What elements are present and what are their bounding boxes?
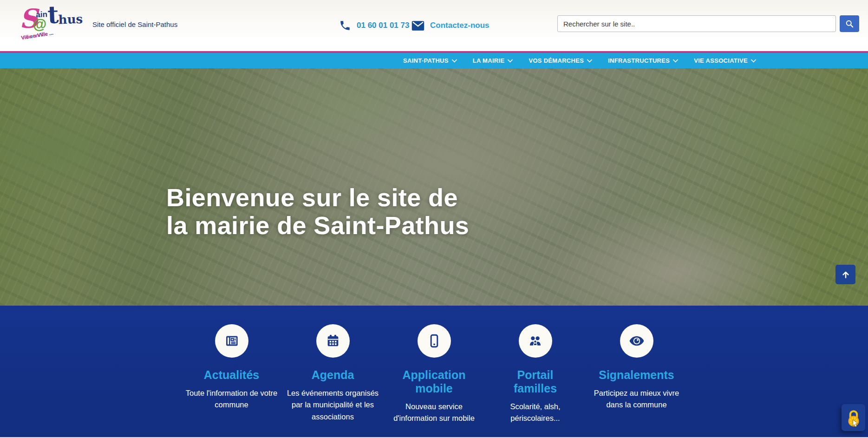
feature-description: Nouveau service d'information sur mobile	[386, 401, 482, 425]
feature-agenda[interactable]: Agenda Les événements organisés par la m…	[282, 324, 384, 425]
feature-icon-circle	[620, 324, 653, 358]
search-button[interactable]	[840, 15, 859, 32]
contact-group: Contactez-nous	[411, 0, 489, 51]
logo-letter-t: t	[47, 3, 59, 27]
feature-title: Portail familles	[495, 368, 576, 395]
feature-icon-circle	[519, 324, 552, 358]
feature-description: Les événements organisés par la municipa…	[285, 387, 380, 423]
feature-description: Toute l'information de votre commune	[184, 387, 279, 411]
chevron-down-icon	[452, 59, 457, 63]
feature-title: Application mobile	[393, 368, 475, 395]
main-nav: SAINT-PATHUS LA MAIRIE VOS DÉMARCHES INF…	[0, 53, 868, 68]
nav-item-label: SAINT-PATHUS	[403, 57, 449, 64]
chevron-down-icon	[673, 59, 678, 63]
nav-item-label: INFRASTRUCTURES	[608, 57, 670, 64]
site-official-label: Site officiel de Saint-Pathus	[92, 20, 177, 28]
nav-item-label: LA MAIRIE	[473, 57, 505, 64]
feature-icon-circle	[215, 324, 248, 358]
feature-title: Agenda	[312, 368, 354, 382]
cookie-consent-button[interactable]	[842, 404, 865, 431]
nav-item-infrastructures[interactable]: INFRASTRUCTURES	[608, 57, 678, 64]
contact-link[interactable]: Contactez-nous	[430, 21, 489, 30]
feature-title: Signalements	[599, 368, 674, 382]
feature-description: Scolarité, alsh, périscolaires...	[488, 401, 583, 425]
arrow-up-icon	[841, 270, 850, 279]
feature-description: Participez au mieux vivre dans la commun…	[589, 387, 684, 411]
chevron-down-icon	[508, 59, 513, 63]
mobile-icon	[426, 333, 442, 349]
nav-item-vos-demarches[interactable]: VOS DÉMARCHES	[529, 57, 592, 64]
feature-application-mobile[interactable]: Application mobile Nouveau service d'inf…	[384, 324, 485, 425]
feature-actualites[interactable]: Actualités Toute l'information de votre …	[181, 324, 282, 425]
envelope-icon	[411, 20, 424, 31]
search-icon	[845, 19, 854, 28]
chevron-down-icon	[587, 59, 592, 63]
nav-list: SAINT-PATHUS LA MAIRIE VOS DÉMARCHES INF…	[403, 53, 756, 68]
features-row: Actualités Toute l'information de votre …	[181, 324, 687, 425]
logo-letters-hus: hus	[58, 13, 83, 26]
feature-title: Actualités	[204, 368, 259, 382]
newspaper-icon	[223, 333, 240, 349]
logo-at-sign: @	[33, 17, 46, 31]
hero-title-line2: la mairie de Saint-Pathus	[166, 211, 469, 239]
search-input[interactable]	[557, 15, 836, 32]
feature-icon-circle	[316, 324, 350, 358]
nav-item-label: VIE ASSOCIATIVE	[694, 57, 748, 64]
quick-links-section: Actualités Toute l'information de votre …	[0, 306, 868, 437]
phone-number-link[interactable]: 01 60 01 01 73	[357, 21, 409, 30]
hero-title: Bienvenue sur le site de la mairie de Sa…	[166, 183, 469, 240]
phone-group: 01 60 01 01 73	[339, 0, 409, 51]
scroll-to-top-button[interactable]	[835, 265, 855, 284]
hero-banner: Bienvenue sur le site de la mairie de Sa…	[0, 68, 868, 306]
feature-icon-circle	[418, 324, 451, 358]
search-form	[557, 15, 859, 32]
calendar-icon	[325, 333, 341, 349]
nav-item-saint-pathus[interactable]: SAINT-PATHUS	[403, 57, 457, 64]
feature-portail-familles[interactable]: Portail familles Scolarité, alsh, périsc…	[485, 324, 586, 425]
nav-item-label: VOS DÉMARCHES	[529, 57, 584, 64]
site-logo[interactable]: S ain @ t hus Vie en Ville ... Ville en …	[19, 2, 85, 47]
feature-signalements[interactable]: Signalements Participez au mieux vivre d…	[586, 324, 687, 425]
phone-icon	[339, 20, 351, 32]
nav-item-vie-associative[interactable]: VIE ASSOCIATIVE	[694, 57, 756, 64]
eye-icon	[628, 332, 646, 350]
chevron-down-icon	[751, 59, 756, 63]
lemon-lock-icon	[845, 408, 862, 428]
page: S ain @ t hus Vie en Ville ... Ville en …	[0, 0, 868, 438]
site-header: S ain @ t hus Vie en Ville ... Ville en …	[0, 0, 868, 51]
hero-title-line1: Bienvenue sur le site de	[166, 183, 458, 211]
nav-item-la-mairie[interactable]: LA MAIRIE	[473, 57, 513, 64]
family-icon	[527, 333, 544, 350]
